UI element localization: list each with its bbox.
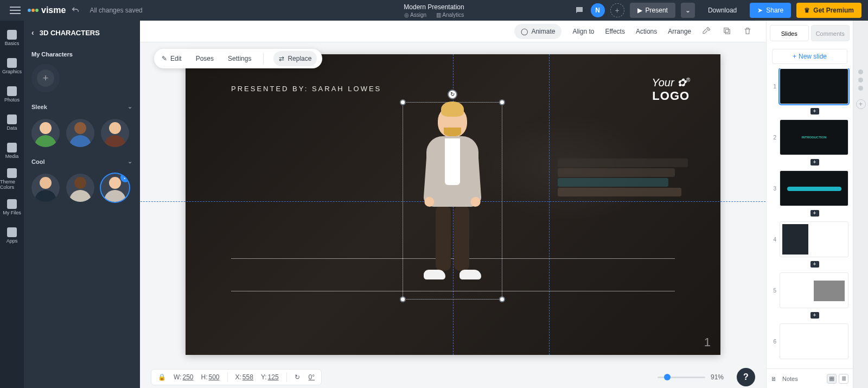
resize-handle-tr[interactable] <box>499 99 505 105</box>
duplicate-slide-5[interactable] <box>781 311 848 319</box>
resize-handle-br[interactable] <box>499 296 505 302</box>
slide-thumb-1[interactable] <box>780 68 848 104</box>
duplicate-icon[interactable] <box>723 27 732 36</box>
chevron-down-icon: ⌄ <box>127 103 132 110</box>
settings-button[interactable]: Settings <box>226 55 253 62</box>
width-field[interactable]: W:250 <box>174 373 193 381</box>
logo-icon <box>27 7 39 14</box>
zoom-value[interactable]: 91% <box>711 373 724 381</box>
zoom-slider[interactable] <box>658 377 705 378</box>
rail-theme-colors[interactable]: Theme Colors <box>0 165 24 193</box>
comment-icon[interactable] <box>573 4 585 16</box>
undo-button[interactable] <box>71 6 80 15</box>
premium-button[interactable]: ♛ Get Premium <box>796 3 861 18</box>
analytics-button[interactable]: ▥ Analytics <box>436 12 464 18</box>
status-bar: 🔒 W:250 H:500 X:558 Y:125 ↻ 0° 91% ? <box>140 366 766 388</box>
view-list-button[interactable]: ≣ <box>839 374 848 384</box>
slide-thumb-3[interactable] <box>780 170 848 206</box>
character-sleek-3[interactable] <box>101 119 129 147</box>
notes-label[interactable]: Notes <box>782 376 798 382</box>
notes-icon[interactable]: 🗎 <box>771 376 777 382</box>
selection-box[interactable]: ↻ <box>403 102 502 300</box>
character-cool-3-selected[interactable] <box>101 174 129 202</box>
duplicate-slide-2[interactable] <box>781 158 848 166</box>
category-sleek[interactable]: Sleek⌄ <box>24 98 140 116</box>
effects-button[interactable]: Effects <box>605 28 624 35</box>
rail-dot <box>858 69 863 74</box>
menu-button[interactable] <box>7 2 24 19</box>
help-button[interactable]: ? <box>737 368 755 386</box>
eyedropper-icon[interactable] <box>702 27 712 36</box>
rail-graphics[interactable]: Graphics <box>0 52 24 80</box>
panel-title: 3D CHARACTERS <box>40 29 100 37</box>
slide-thumb-2[interactable]: INTRODUCTION <box>780 119 848 155</box>
slides-panel: Slides Comments + New slide 1 2INTRODUCT… <box>766 21 853 388</box>
slide-thumb-6[interactable] <box>780 323 848 359</box>
left-rail: Basics Graphics Photos Data Media Theme … <box>0 21 24 388</box>
assign-button[interactable]: ◎ Assign <box>404 12 426 18</box>
rail-media[interactable]: Media <box>0 137 24 165</box>
back-button[interactable]: ‹ <box>31 28 34 37</box>
tab-comments[interactable]: Comments <box>811 25 850 41</box>
rail-photos[interactable]: Photos <box>0 80 24 109</box>
top-bar: visme All changes saved Modern Presentat… <box>0 0 868 21</box>
new-slide-button[interactable]: + New slide <box>772 49 847 64</box>
rail-apps[interactable]: Apps <box>0 221 24 250</box>
duplicate-slide-3[interactable] <box>781 209 848 217</box>
character-cool-1[interactable] <box>31 174 60 202</box>
rail-dot <box>858 86 863 91</box>
category-cool[interactable]: Cool⌄ <box>24 152 140 170</box>
add-collaborator[interactable]: + <box>610 3 624 17</box>
separator <box>263 53 264 64</box>
arrange-button[interactable]: Arrange <box>668 28 691 35</box>
download-button[interactable]: Download <box>700 3 744 18</box>
doc-title[interactable]: Modern Presentation <box>404 3 464 11</box>
poses-button[interactable]: Poses <box>194 55 216 62</box>
replace-button[interactable]: ⇄ Replace <box>273 51 317 66</box>
tab-slides[interactable]: Slides <box>770 25 809 41</box>
svg-rect-7 <box>724 28 729 32</box>
duplicate-slide-1[interactable] <box>781 107 848 115</box>
edit-button[interactable]: ✎ Edit <box>159 55 184 62</box>
user-avatar[interactable]: N <box>591 3 605 17</box>
duplicate-slide-4[interactable] <box>781 260 848 268</box>
character-cool-2[interactable] <box>66 174 94 202</box>
slide-thumb-4[interactable] <box>780 221 848 257</box>
logo-placeholder[interactable]: Your ✿® LOGO <box>652 76 690 103</box>
present-button[interactable]: ▶ Present <box>630 3 675 18</box>
actions-button[interactable]: Actions <box>636 28 657 35</box>
app-logo: visme <box>27 5 66 15</box>
character-sleek-2[interactable] <box>66 119 94 147</box>
resize-handle-tl[interactable] <box>400 99 406 105</box>
rail-add[interactable]: + <box>856 99 866 109</box>
rotate-icon[interactable]: ↻ <box>295 373 300 381</box>
add-character[interactable]: + <box>31 64 60 92</box>
presented-by-text[interactable]: PRESENTED BY: SARAH LOWES <box>231 85 381 93</box>
slide-thumb-5[interactable] <box>780 272 848 308</box>
rotate-handle[interactable]: ↻ <box>448 90 457 99</box>
x-field[interactable]: X:558 <box>235 373 253 381</box>
save-status: All changes saved <box>90 7 142 14</box>
rotation-field[interactable]: 0° <box>308 373 315 381</box>
canvas-stage[interactable]: PRESENTED BY: SARAH LOWES Your ✿® LOGO 1… <box>140 42 766 366</box>
svg-rect-1 <box>10 10 21 11</box>
guide-vertical <box>549 54 550 355</box>
delete-icon[interactable] <box>743 27 753 36</box>
rail-my-files[interactable]: My Files <box>0 193 24 221</box>
height-field[interactable]: H:500 <box>201 373 219 381</box>
present-dropdown[interactable]: ⌄ <box>681 3 695 18</box>
alignto-button[interactable]: Align to <box>572 28 594 35</box>
slide-canvas[interactable]: PRESENTED BY: SARAH LOWES Your ✿® LOGO 1… <box>186 54 720 355</box>
resize-handle-bl[interactable] <box>400 296 406 302</box>
character-figure[interactable] <box>424 106 481 279</box>
animate-button[interactable]: ◯ Animate <box>514 24 561 39</box>
share-button[interactable]: ➤ Share <box>750 3 791 18</box>
view-grid-button[interactable]: ▦ <box>827 374 837 384</box>
y-field[interactable]: Y:125 <box>261 373 279 381</box>
slide-number: 1 <box>704 335 711 349</box>
rail-basics[interactable]: Basics <box>0 24 24 52</box>
extra-rail: + <box>853 21 868 388</box>
character-sleek-1[interactable] <box>31 119 60 147</box>
lock-icon[interactable]: 🔒 <box>158 373 166 381</box>
rail-data[interactable]: Data <box>0 109 24 137</box>
